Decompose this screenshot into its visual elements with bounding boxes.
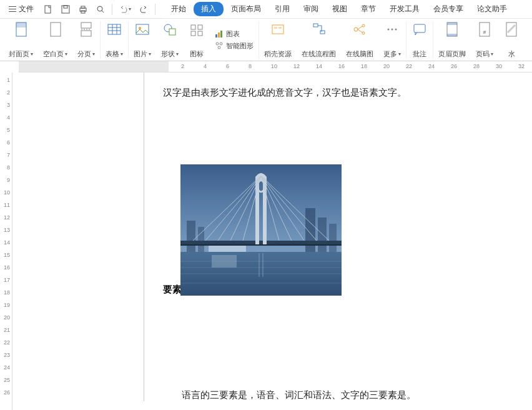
smart-graphic-button[interactable]: 智能图形: [215, 41, 254, 51]
icon-button[interactable]: 图标: [184, 21, 210, 59]
qat-save-button[interactable]: [57, 1, 74, 18]
paragraph-text[interactable]: 语言的三要素是，语音、词汇和语法、文字的三要素是。: [182, 389, 531, 401]
ruler-ticks: 2468101214161820222426283032: [169, 61, 532, 72]
preview-icon: [96, 4, 106, 14]
pagenum-icon: #: [477, 21, 492, 38]
qat-preview-button[interactable]: [92, 1, 109, 18]
ruler-tick: 2: [181, 63, 184, 69]
svg-rect-17: [191, 25, 195, 29]
qat-redo-button[interactable]: [135, 1, 152, 18]
tab-view[interactable]: 视图: [326, 1, 353, 17]
save-icon: [61, 4, 71, 14]
ruler-tick: 4: [204, 63, 207, 69]
svg-rect-16: [169, 29, 175, 35]
headerfooter-icon: [445, 21, 460, 38]
page-viewport[interactable]: 汉字是由表形文字进化成的意音文字，汉字也是语素文字。 要素: [12, 72, 532, 410]
svg-rect-51: [329, 224, 337, 252]
inserted-image[interactable]: [180, 164, 342, 296]
tab-layout[interactable]: 页面布局: [225, 1, 267, 17]
blank-page-button[interactable]: 空白页▾: [38, 21, 72, 59]
ruler-tick: 25: [4, 377, 10, 383]
table-icon: [107, 22, 122, 37]
flow-chart-button[interactable]: 在线流程图: [297, 21, 341, 59]
qat-print-button[interactable]: [75, 1, 91, 18]
ruler-tick: 10: [4, 189, 10, 196]
ruler-tick: 26: [451, 63, 457, 69]
svg-rect-23: [220, 31, 222, 38]
svg-text:#: #: [483, 29, 486, 35]
cover-page-button[interactable]: 封面页▾: [4, 21, 38, 59]
resource-icon: [270, 22, 285, 37]
svg-rect-0: [45, 6, 51, 13]
svg-rect-40: [447, 22, 457, 25]
header-footer-button[interactable]: 页眉页脚: [433, 21, 471, 59]
more-button[interactable]: 更多▾: [378, 21, 406, 59]
ruler-tick: 23: [4, 352, 10, 358]
chevron-down-icon: ▾: [398, 51, 401, 57]
svg-rect-10: [81, 22, 91, 28]
ruler-tick: 22: [4, 339, 10, 346]
chevron-down-icon: ▾: [491, 51, 493, 57]
tab-start[interactable]: 开始: [165, 1, 192, 17]
qat-undo-button[interactable]: ▾: [116, 1, 134, 18]
cover-icon: [14, 21, 29, 38]
ruler-tick: 6: [7, 139, 10, 146]
table-button[interactable]: 表格▾: [101, 21, 129, 59]
pagebreak-icon: [79, 21, 94, 38]
svg-rect-13: [136, 24, 149, 34]
new-doc-icon: [43, 4, 53, 14]
ruler-tick: 24: [4, 364, 10, 371]
file-label: 文件: [19, 4, 34, 14]
svg-point-24: [216, 42, 219, 45]
tab-review[interactable]: 审阅: [297, 1, 325, 17]
ruler-tick: 2: [7, 89, 10, 96]
ruler-tick: 16: [4, 264, 10, 271]
mind-map-button[interactable]: 在线脑图: [341, 21, 378, 59]
page-break-button[interactable]: 分页▾: [72, 21, 101, 59]
tab-chapter[interactable]: 章节: [355, 1, 382, 17]
chevron-down-icon: ▾: [65, 51, 67, 57]
ruler-tick: 3: [7, 102, 10, 108]
svg-rect-2: [64, 6, 67, 8]
svg-rect-31: [320, 31, 325, 34]
horizontal-ruler[interactable]: 2468101214161820222426283032: [19, 61, 532, 72]
vertical-ruler[interactable]: 1234567891011121314151617181920212223242…: [0, 72, 12, 410]
watermark-button[interactable]: 水: [498, 21, 525, 59]
svg-rect-9: [51, 22, 61, 36]
print-icon: [78, 4, 88, 14]
chart-button[interactable]: 图表: [215, 29, 254, 39]
menu-bar: 开始 插入 页面布局 引用 审阅 视图 章节 开发工具 会员专享 论文助手: [162, 0, 532, 19]
svg-rect-53: [180, 241, 342, 244]
hamburger-icon: [9, 6, 16, 12]
svg-rect-18: [198, 25, 202, 29]
shape-button[interactable]: 形状▾: [156, 21, 184, 59]
redo-icon: [139, 4, 149, 14]
qat-new-button[interactable]: [40, 1, 56, 18]
picture-button[interactable]: 图片▾: [129, 21, 156, 59]
svg-rect-11: [81, 31, 91, 36]
tab-reference[interactable]: 引用: [268, 1, 296, 17]
resource-button[interactable]: 稻壳资源: [259, 21, 297, 59]
watermark-icon: [504, 21, 519, 38]
ruler-tick: 8: [7, 164, 10, 171]
icons-icon: [189, 22, 204, 37]
svg-point-26: [218, 46, 220, 49]
svg-rect-41: [447, 34, 457, 36]
tab-insert[interactable]: 插入: [194, 2, 224, 16]
comment-button[interactable]: 批注: [406, 21, 433, 59]
tab-thesis[interactable]: 论文助手: [471, 1, 513, 17]
file-menu[interactable]: 文件: [4, 1, 39, 18]
shape-icon: [162, 22, 177, 37]
chevron-down-icon: ▾: [176, 51, 179, 57]
svg-rect-1: [62, 6, 69, 13]
page-number-button[interactable]: # 页码▾: [471, 21, 498, 59]
mind-icon: [352, 22, 367, 37]
tab-member[interactable]: 会员专享: [427, 1, 470, 17]
image-caption[interactable]: 要素: [163, 284, 182, 296]
ruler-margin-shade: [19, 61, 169, 72]
image-block: 要素: [163, 164, 531, 296]
tab-dev[interactable]: 开发工具: [383, 1, 426, 17]
chart-group: 图表 智能图形: [210, 21, 259, 59]
paragraph-text[interactable]: 汉字是由表形文字进化成的意音文字，汉字也是语素文字。: [144, 72, 531, 102]
svg-point-35: [388, 28, 390, 30]
